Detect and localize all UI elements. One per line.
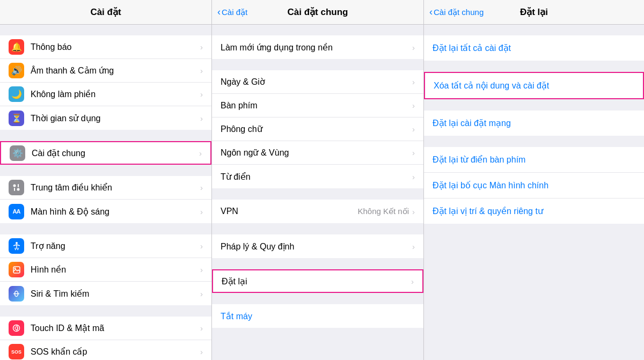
label-datlaibocut: Đặt lại bố cục Màn hình chính (433, 180, 548, 190)
left-item-sos[interactable]: SOS SOS khẩn cấp › (0, 340, 211, 360)
left-header: Cài đặt (0, 0, 211, 25)
left-item-thoigian[interactable]: ⏳ Thời gian sử dụng › (0, 106, 211, 130)
right-item-datlaicadat[interactable]: Đặt lại cài đặt mạng (424, 111, 644, 136)
chevron-vpn: › (412, 207, 415, 216)
label-datlai: Đặt lại (222, 276, 411, 286)
left-item-hinhnen[interactable]: Hình nền › (0, 258, 211, 282)
left-scroll: 🔔 Thông báo › 🔊 Âm thanh & Cảm ứng › 🌙 K… (0, 25, 211, 360)
svg-rect-2 (18, 184, 19, 187)
label-xoatat: Xóa tất cả nội dung và cài đặt (434, 80, 549, 91)
middle-section-1: Làm mới ứng dụng trong nền › (212, 35, 423, 59)
left-item-manhinh[interactable]: AA Màn hình & Độ sáng › (0, 200, 211, 223)
middle-section-2: Ngày & Giờ › Bàn phím › Phông chữ › Ngôn… (212, 70, 423, 188)
right-scroll: Đặt lại tất cả cài đặt Xóa tất cả nội du… (424, 25, 644, 360)
m-gap-bottom (212, 328, 423, 339)
middle-item-ngonngu[interactable]: Ngôn ngữ & Vùng › (212, 141, 423, 165)
section-gap-5 (0, 306, 211, 317)
right-back-btn[interactable]: ‹ Cài đặt chung (429, 6, 484, 18)
label-datlaivitri: Đặt lại vị trí & quyền riêng tư (433, 206, 543, 216)
section-gap-2 (0, 130, 211, 141)
left-item-amthanh[interactable]: 🔊 Âm thanh & Cảm ứng › (0, 59, 211, 83)
middle-item-phaply[interactable]: Pháp lý & Quy định › (212, 234, 423, 258)
left-item-tronang[interactable]: Trợ năng › (0, 234, 211, 258)
item-label-hinhnen: Hình nền (31, 265, 198, 275)
label-vpn: VPN (221, 207, 357, 216)
label-tatmay: Tắt máy (221, 311, 415, 321)
label-banphim: Bàn phím (221, 101, 412, 111)
chevron-trungtam: › (200, 183, 203, 192)
middle-title: Cài đặt chung (288, 6, 348, 18)
siri-icon (9, 286, 24, 302)
svg-point-1 (17, 188, 20, 191)
item-label-amthanh: Âm thanh & Cảm ứng (31, 65, 198, 76)
m-gap-3 (212, 189, 423, 200)
item-label-trungtam: Trung tâm điều khiển (31, 182, 198, 193)
chevron-sos: › (200, 347, 203, 356)
chevron-ngonngu: › (412, 148, 415, 157)
control-icon (9, 180, 24, 195)
left-item-caidatchung[interactable]: ⚙️ Cài đặt chung › (0, 141, 211, 165)
item-label-thongbao: Thông báo (31, 42, 198, 52)
right-item-datlaivitri[interactable]: Đặt lại vị trí & quyền riêng tư (424, 199, 644, 224)
middle-section-4: Pháp lý & Quy định › (212, 234, 423, 258)
left-item-thongbao[interactable]: 🔔 Thông báo › (0, 35, 211, 59)
middle-back-label: Cài đặt (222, 8, 247, 17)
right-section-3: Đặt lại cài đặt mạng (424, 111, 644, 136)
section-gap-3 (0, 165, 211, 176)
m-gap-2 (212, 60, 423, 70)
left-item-trungtam[interactable]: Trung tâm điều khiển › (0, 176, 211, 200)
middle-back-chevron: ‹ (217, 6, 221, 18)
right-section-4: Đặt lại từ điển bàn phím Đặt lại bố cục … (424, 147, 644, 224)
label-datlaitat: Đặt lại tất cả cài đặt (433, 43, 511, 53)
r-gap-2 (424, 61, 644, 72)
left-item-touchid[interactable]: Touch ID & Mật mã › (0, 317, 211, 340)
right-back-chevron: ‹ (429, 6, 433, 18)
middle-item-vpn[interactable]: VPN Không Kết nối › (212, 200, 423, 223)
r-gap-4 (424, 136, 644, 147)
middle-item-ngaygio[interactable]: Ngày & Giờ › (212, 70, 423, 94)
chevron-thoigian: › (200, 114, 203, 123)
touch-icon (9, 320, 24, 336)
right-back-label: Cài đặt chung (434, 8, 484, 17)
chevron-touchid: › (200, 324, 203, 333)
sos-icon: SOS (9, 344, 24, 359)
label-datlaicadat: Đặt lại cài đặt mạng (433, 118, 511, 128)
chevron-phongchu: › (412, 124, 415, 134)
right-section-1: Đặt lại tất cả cài đặt (424, 35, 644, 61)
right-title: Đặt lại (520, 6, 548, 18)
middle-back-btn[interactable]: ‹ Cài đặt (217, 6, 247, 18)
right-item-xoatat[interactable]: Xóa tất cả nội dung và cài đặt (424, 72, 644, 99)
aa-icon: AA (9, 204, 24, 219)
middle-section-6: Tắt máy (212, 304, 423, 328)
label-phongchu: Phông chữ (221, 124, 412, 134)
right-item-datlaitat[interactable]: Đặt lại tất cả cài đặt (424, 35, 644, 61)
chevron-ngaygio: › (412, 77, 415, 86)
label-datlaitudien: Đặt lại từ điển bàn phím (433, 155, 525, 165)
item-label-manhinh: Màn hình & Độ sáng (31, 207, 198, 217)
left-section-4: Trợ năng › Hình nền › (0, 234, 211, 305)
left-item-siri[interactable]: Siri & Tìm kiếm › (0, 282, 211, 305)
bell-icon: 🔔 (9, 39, 24, 55)
m-gap-4 (212, 224, 423, 234)
item-label-caidatchung: Cài đặt chung (32, 148, 197, 158)
right-item-datlaitudien[interactable]: Đặt lại từ điển bàn phím (424, 147, 644, 173)
right-item-datlaibocut[interactable]: Đặt lại bố cục Màn hình chính (424, 173, 644, 199)
label-tudien: Từ điển (221, 172, 412, 182)
r-gap-bottom (424, 224, 644, 235)
item-label-thoigian: Thời gian sử dụng (31, 113, 198, 123)
chevron-datlai: › (411, 277, 414, 286)
middle-item-banphim[interactable]: Bàn phím › (212, 94, 423, 117)
middle-item-lammoi[interactable]: Làm mới ứng dụng trong nền › (212, 35, 423, 59)
left-item-khonglam[interactable]: 🌙 Không làm phiền › (0, 83, 211, 106)
middle-item-phongchu[interactable]: Phông chữ › (212, 117, 423, 141)
middle-header: ‹ Cài đặt Cài đặt chung (212, 0, 423, 25)
middle-item-tudien[interactable]: Từ điển › (212, 165, 423, 188)
accessibility-icon (9, 238, 24, 254)
middle-item-datlai[interactable]: Đặt lại › (212, 269, 423, 293)
value-vpn: Không Kết nối (357, 207, 409, 216)
label-lammoi: Làm mới ứng dụng trong nền (221, 42, 412, 53)
chevron-phaply: › (412, 242, 415, 251)
svg-point-9 (13, 325, 20, 332)
middle-item-tatmay[interactable]: Tắt máy (212, 304, 423, 328)
gear-icon: ⚙️ (10, 145, 25, 161)
